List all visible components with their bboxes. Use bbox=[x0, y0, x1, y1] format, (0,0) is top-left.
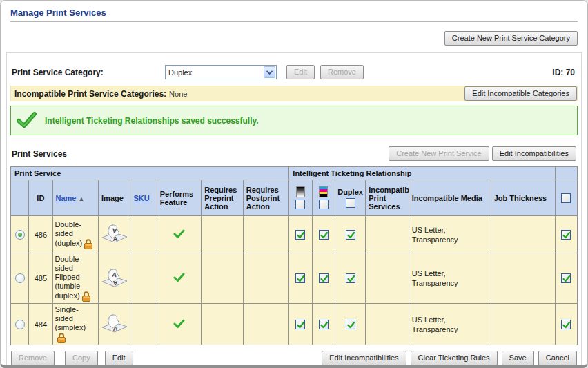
print-service-table-body: 486Double-sided (duplex)AAUS Letter, Tra… bbox=[11, 216, 578, 345]
row-sku bbox=[130, 216, 157, 253]
lock-icon bbox=[84, 238, 93, 249]
row-select-radio[interactable] bbox=[15, 320, 25, 329]
row-duplex-cell bbox=[335, 304, 365, 345]
column-header-performs-feature: Performs Feature bbox=[157, 180, 202, 216]
main-panel: Print Service Category: Duplex Edit Remo… bbox=[6, 52, 582, 368]
category-id-value: ID: 70 bbox=[552, 68, 575, 77]
edit-incompatible-categories-button[interactable]: Edit Incompatible Categories bbox=[464, 86, 577, 101]
table-row: 486Double-sided (duplex)AAUS Letter, Tra… bbox=[11, 216, 578, 253]
row-bw-cell bbox=[289, 216, 312, 253]
table-column-header-row: ID Name▲ Image SKU Performs Feature Requ… bbox=[11, 180, 578, 216]
lock-icon bbox=[57, 332, 66, 343]
cancel-button[interactable]: Cancel bbox=[538, 351, 577, 365]
column-header-sku: SKU bbox=[130, 180, 157, 216]
column-header-job-thickness: Job Thickness bbox=[491, 180, 555, 216]
edit-incompatibilities-top-button[interactable]: Edit Incompatibilities bbox=[492, 146, 576, 161]
title-divider bbox=[10, 21, 578, 22]
row-select-cell bbox=[555, 216, 577, 253]
edit-button[interactable]: Edit bbox=[105, 351, 133, 365]
success-check-icon bbox=[17, 112, 37, 130]
green-checkmark-icon bbox=[173, 322, 185, 330]
bw-select-all-checkbox[interactable] bbox=[295, 200, 305, 209]
row-name-text: Double-sided Flipped (tumble duplex) bbox=[55, 255, 82, 300]
page-frame: Manage Print Services Create New Print S… bbox=[0, 0, 588, 368]
svg-text:A: A bbox=[112, 280, 117, 287]
row-checkbox[interactable] bbox=[561, 230, 571, 240]
row-checkbox[interactable] bbox=[346, 230, 355, 240]
row-checkbox[interactable] bbox=[319, 273, 329, 283]
row-sku bbox=[130, 304, 157, 345]
column-header-id: ID bbox=[29, 180, 52, 216]
sort-ascending-icon: ▲ bbox=[78, 195, 84, 202]
copy-button[interactable]: Copy bbox=[65, 351, 98, 365]
row-checkbox[interactable] bbox=[295, 273, 305, 283]
row-name: Single-sided (simplex) bbox=[52, 304, 99, 345]
row-checkbox[interactable] bbox=[319, 320, 329, 329]
row-requires-preprint bbox=[202, 216, 244, 253]
row-duplex-cell bbox=[335, 253, 365, 304]
row-image: AA bbox=[99, 216, 130, 253]
edit-incompatibilities-bottom-button[interactable]: Edit Incompatibilities bbox=[322, 351, 406, 365]
row-name-text: Double-sided (duplex) bbox=[55, 220, 83, 247]
row-color-cell bbox=[312, 253, 335, 304]
column-header-select-all bbox=[555, 180, 577, 216]
row-checkbox[interactable] bbox=[346, 320, 355, 329]
row-name-text: Single-sided (simplex) bbox=[55, 305, 86, 331]
print-services-label: Print Services bbox=[12, 149, 67, 159]
cmyk-color-icon bbox=[319, 186, 328, 197]
create-new-print-service-button[interactable]: Create New Print Service bbox=[389, 146, 489, 161]
column-header-incompatible-print-services: Incompatible Print Services bbox=[366, 180, 409, 216]
duplex-column-label: Duplex bbox=[337, 188, 363, 196]
row-bw-cell bbox=[289, 253, 312, 304]
select-value: Duplex bbox=[166, 68, 263, 77]
row-requires-preprint bbox=[202, 253, 244, 304]
row-select-all-checkbox[interactable] bbox=[561, 193, 571, 203]
remove-button[interactable]: Remove bbox=[11, 351, 55, 365]
column-header-name: Name▲ bbox=[52, 180, 99, 216]
category-remove-button[interactable]: Remove bbox=[320, 65, 364, 79]
print-services-row: Print Services Create New Print Service … bbox=[12, 146, 576, 161]
row-requires-preprint bbox=[202, 304, 244, 345]
row-sku bbox=[130, 253, 157, 304]
row-checkbox[interactable] bbox=[561, 320, 571, 329]
color-select-all-checkbox[interactable] bbox=[319, 200, 329, 209]
row-select-cell bbox=[555, 253, 577, 304]
row-id: 484 bbox=[29, 304, 52, 345]
column-header-duplex: Duplex bbox=[335, 180, 365, 216]
row-name: Double-sided Flipped (tumble duplex) bbox=[52, 253, 99, 304]
table-row: 484Single-sided (simplex)AUS Letter, Tra… bbox=[11, 304, 578, 345]
clear-ticketing-rules-button[interactable]: Clear Ticketing Rules bbox=[411, 351, 498, 365]
category-edit-button[interactable]: Edit bbox=[286, 65, 315, 79]
name-sort-link[interactable]: Name bbox=[56, 194, 77, 202]
row-checkbox[interactable] bbox=[295, 320, 305, 329]
category-label: Print Service Category: bbox=[12, 68, 165, 77]
create-new-print-service-category-button[interactable]: Create New Print Service Category bbox=[444, 31, 578, 46]
sku-sort-link[interactable]: SKU bbox=[133, 194, 149, 202]
row-job-thickness bbox=[491, 304, 555, 345]
row-checkbox[interactable] bbox=[561, 273, 571, 283]
row-requires-postprint bbox=[243, 304, 289, 345]
column-header-image: Image bbox=[99, 180, 130, 216]
row-performs-feature bbox=[157, 216, 202, 253]
row-select-cell bbox=[555, 304, 577, 345]
row-checkbox[interactable] bbox=[346, 273, 355, 283]
duplex-image-icon: AA bbox=[101, 237, 128, 245]
row-checkbox[interactable] bbox=[319, 230, 329, 240]
row-bw-cell bbox=[289, 304, 312, 345]
save-button[interactable]: Save bbox=[502, 351, 534, 365]
row-checkbox[interactable] bbox=[295, 230, 305, 240]
title-bar: Manage Print Services bbox=[10, 8, 578, 18]
column-header-requires-postprint: Requires Postprint Action bbox=[243, 180, 289, 216]
success-message: Intelligent Ticketing Relationships save… bbox=[45, 116, 259, 126]
create-category-row: Create New Print Service Category bbox=[10, 31, 578, 46]
row-job-thickness bbox=[491, 253, 555, 304]
green-checkmark-icon bbox=[173, 232, 185, 240]
row-select-radio[interactable] bbox=[15, 273, 25, 283]
print-service-category-select[interactable]: Duplex bbox=[165, 65, 277, 79]
row-incompatible-print-services bbox=[366, 216, 409, 253]
duplex-select-all-checkbox[interactable] bbox=[346, 198, 355, 208]
row-incompatible-media: US Letter, Transparency bbox=[409, 216, 491, 253]
row-select-radio[interactable] bbox=[15, 230, 25, 240]
footer-right-buttons: Edit Incompatibilities Clear Ticketing R… bbox=[320, 351, 577, 365]
row-incompatible-media: US Letter, Transparency bbox=[409, 304, 491, 345]
